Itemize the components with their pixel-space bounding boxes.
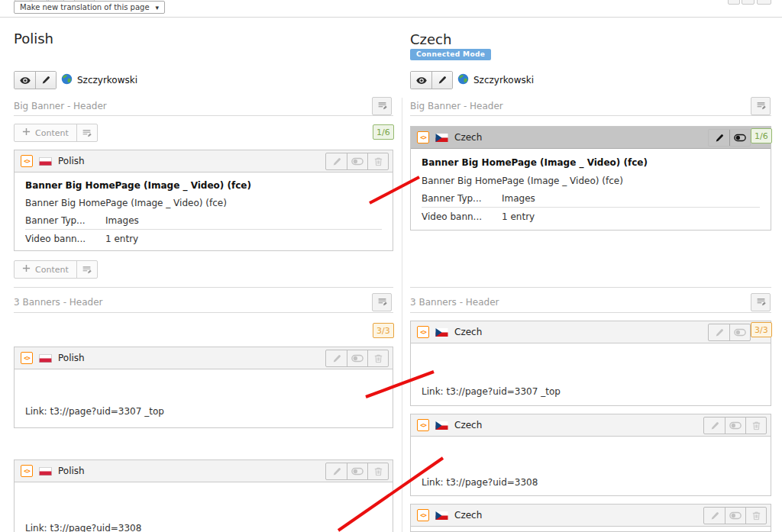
- count-badge: 1/6: [373, 124, 394, 140]
- content-element-icon[interactable]: <>: [417, 326, 429, 338]
- card-language-label: Czech: [454, 420, 482, 430]
- edit-list-icon: [756, 99, 766, 114]
- hide-toggle-button[interactable]: [725, 418, 745, 434]
- section-divider: [14, 287, 393, 288]
- content-element-icon[interactable]: <>: [21, 155, 33, 167]
- section-divider: [14, 312, 393, 313]
- record-title: Banner Big HomePage (Image _ Video) (fce…: [422, 157, 648, 168]
- flag-czech-icon: [435, 328, 448, 337]
- card-actions: [703, 417, 767, 434]
- content-element-icon[interactable]: <>: [21, 465, 33, 477]
- section-edit-button[interactable]: [751, 97, 771, 115]
- hide-toggle-button[interactable]: [347, 350, 367, 366]
- section-title-big-banner: Big Banner - Header: [14, 101, 107, 111]
- edit-record-button[interactable]: [326, 463, 347, 479]
- eye-icon: [416, 73, 427, 88]
- count-badge: 3/3: [373, 323, 394, 338]
- edit-record-button[interactable]: [704, 508, 725, 524]
- field-label: Banner Typ...: [25, 215, 86, 226]
- card-actions: [703, 507, 767, 524]
- edit-record-button[interactable]: [704, 418, 725, 434]
- pencil-icon: [41, 73, 50, 88]
- paste-content-button[interactable]: [76, 261, 97, 278]
- hide-toggle-button[interactable]: [729, 130, 750, 146]
- edit-record-button[interactable]: [326, 350, 347, 366]
- field-value: 1 entry: [502, 211, 535, 222]
- pencil-icon: [438, 73, 447, 88]
- globe-icon: [457, 73, 469, 87]
- section-edit-button[interactable]: [372, 293, 392, 311]
- record-title: Banner Big HomePage (Image _ Video) (fce…: [25, 180, 251, 191]
- field-value: 1 entry: [105, 234, 138, 244]
- hide-toggle-button[interactable]: [729, 324, 750, 340]
- card-actions: [325, 463, 389, 480]
- field-label: Video bann...: [25, 234, 86, 244]
- section-edit-button[interactable]: [372, 97, 392, 115]
- paste-content-button[interactable]: [76, 124, 97, 141]
- edit-page-button[interactable]: [431, 72, 452, 89]
- content-element-icon[interactable]: <>: [417, 131, 429, 143]
- add-content-label: Content: [35, 265, 69, 275]
- hide-toggle-button[interactable]: [725, 508, 745, 524]
- flag-czech-icon: [435, 511, 448, 520]
- plus-icon: [22, 127, 31, 138]
- edit-record-button[interactable]: [709, 130, 729, 146]
- flag-poland-icon: [39, 467, 52, 476]
- edit-record-button[interactable]: [326, 153, 347, 169]
- connected-mode-badge: Connected Mode: [410, 49, 491, 60]
- content-element-icon[interactable]: <>: [21, 352, 33, 364]
- globe-icon: [61, 73, 73, 87]
- content-card-polish-link2: <> Polish Link: t3://page?uid=3308: [14, 459, 393, 532]
- content-element-icon[interactable]: <>: [417, 509, 429, 521]
- section-divider: [410, 312, 771, 313]
- record-subtitle: Banner Big HomePage (Image _ Video) (fce…: [25, 198, 227, 208]
- delete-record-button[interactable]: [745, 418, 766, 434]
- record-link: Link: t3://page?uid=3308: [422, 477, 538, 488]
- delete-record-button[interactable]: [367, 463, 388, 479]
- hide-toggle-button[interactable]: [347, 153, 367, 169]
- content-card-czech-link1: <> Czech Link: t3://page?uid=3307 _top: [410, 321, 771, 406]
- field-label: Video bann...: [422, 211, 482, 222]
- add-content-label: Content: [35, 128, 69, 138]
- card-header: <> Polish: [15, 460, 393, 482]
- page-owner: Szczyrkowski: [457, 73, 534, 87]
- section-edit-button[interactable]: [751, 293, 771, 311]
- language-view-buttons: [410, 71, 453, 89]
- content-card-polish-link1: <> Polish Link: t3://page?uid=3307 _top: [14, 347, 393, 428]
- card-actions: [708, 324, 751, 341]
- card-language-label: Czech: [454, 132, 482, 143]
- add-content-button-top[interactable]: Content: [14, 124, 98, 142]
- edit-page-button[interactable]: [35, 72, 56, 89]
- delete-record-button[interactable]: [367, 153, 388, 169]
- section-title-big-banner: Big Banner - Header: [410, 101, 503, 111]
- card-header: <> Czech: [411, 127, 771, 149]
- add-content-button-bottom[interactable]: Content: [14, 260, 98, 279]
- toolbar-button[interactable]: [728, 0, 740, 5]
- page-owner-name: Szczyrkowski: [473, 75, 534, 85]
- page-owner: Szczyrkowski: [61, 73, 137, 87]
- record-subtitle: Banner Big HomePage (Image _ Video) (fce…: [422, 176, 623, 186]
- card-header: <> Czech: [411, 321, 771, 343]
- new-translation-label: Make new translation of this page: [20, 3, 150, 11]
- eye-icon: [20, 73, 31, 88]
- edit-list-icon: [756, 295, 766, 310]
- page-owner-name: Szczyrkowski: [77, 75, 137, 85]
- delete-record-button[interactable]: [367, 350, 388, 366]
- delete-record-button[interactable]: [745, 508, 766, 524]
- hide-toggle-button[interactable]: [347, 463, 367, 479]
- edit-list-icon: [377, 99, 387, 114]
- toolbar-button[interactable]: [742, 0, 755, 5]
- card-actions: [325, 153, 389, 170]
- view-page-button[interactable]: [411, 72, 431, 89]
- column-title-czech: Czech: [410, 31, 451, 47]
- view-page-button[interactable]: [15, 72, 35, 89]
- card-language-label: Polish: [58, 466, 85, 476]
- new-translation-dropdown[interactable]: Make new translation of this page ▾: [14, 1, 165, 14]
- column-divider: [402, 98, 402, 532]
- field-label: Banner Typ...: [422, 193, 482, 204]
- toolbar-button[interactable]: [757, 0, 771, 5]
- card-language-label: Polish: [58, 353, 85, 363]
- content-element-icon[interactable]: <>: [417, 419, 429, 431]
- edit-record-button[interactable]: [709, 324, 729, 340]
- flag-poland-icon: [39, 354, 52, 363]
